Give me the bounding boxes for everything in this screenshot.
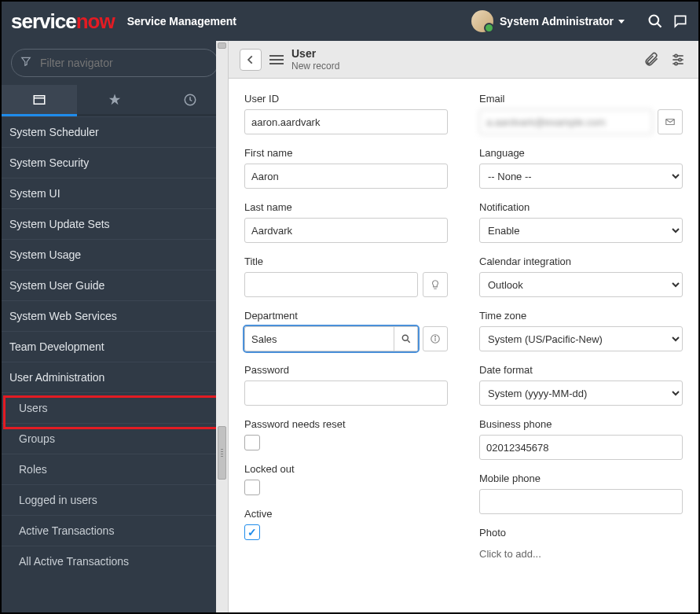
photo-add-link[interactable]: Click to add...	[479, 543, 683, 560]
photo-label: Photo	[479, 527, 683, 539]
user-id-input[interactable]	[244, 109, 448, 134]
svg-point-15	[435, 336, 436, 337]
password-input[interactable]	[244, 381, 448, 406]
email-input[interactable]	[479, 109, 653, 134]
nav-item-system-ui[interactable]: System UI	[2, 178, 228, 208]
mobile-phone-input[interactable]	[479, 489, 683, 514]
svg-point-8	[675, 54, 677, 57]
form-left-column: User ID First name Last name Title	[244, 93, 448, 560]
active-label: Active	[244, 508, 448, 520]
email-label: Email	[479, 93, 683, 105]
main-content: User New record User ID First nam	[228, 41, 698, 612]
department-label: Department	[244, 310, 448, 322]
nav-scroll-area[interactable]: System SchedulerSystem SecuritySystem UI…	[2, 116, 228, 612]
svg-rect-2	[34, 95, 45, 104]
nav-item-system-security[interactable]: System Security	[2, 147, 228, 178]
svg-point-0	[650, 16, 659, 25]
svg-point-9	[679, 58, 681, 61]
nav-item-all-active-transactions[interactable]: All Active Transactions	[2, 546, 228, 576]
nav-item-active-transactions[interactable]: Active Transactions	[2, 515, 228, 546]
svg-point-11	[402, 335, 408, 340]
form-menu-icon[interactable]	[269, 55, 284, 64]
nav-item-logged-in-users[interactable]: Logged in users	[2, 484, 228, 515]
locked-out-checkbox[interactable]	[244, 480, 260, 495]
date-format-label: Date format	[479, 364, 683, 376]
sidebar-scrollbar[interactable]	[216, 41, 228, 612]
nav-item-system-update-sets[interactable]: System Update Sets	[2, 208, 228, 239]
notification-select[interactable]: Enable	[479, 218, 683, 243]
nav-item-groups[interactable]: Groups	[2, 423, 228, 454]
mobile-phone-label: Mobile phone	[479, 472, 683, 484]
locked-out-label: Locked out	[244, 463, 448, 475]
language-label: Language	[479, 147, 683, 159]
business-phone-label: Business phone	[479, 418, 683, 430]
notification-label: Notification	[479, 201, 683, 213]
timezone-label: Time zone	[479, 310, 683, 322]
email-send-icon[interactable]	[658, 109, 683, 134]
nav-item-system-user-guide[interactable]: System User Guide	[2, 270, 228, 300]
first-name-label: First name	[244, 147, 448, 159]
user-avatar[interactable]	[471, 10, 493, 32]
calendar-select[interactable]: Outlook	[479, 272, 683, 297]
form-header: User New record	[229, 41, 698, 79]
settings-icon[interactable]	[669, 50, 687, 69]
active-checkbox[interactable]	[244, 524, 260, 540]
user-id-label: User ID	[244, 93, 448, 105]
logo: servicenow	[11, 9, 115, 34]
filter-navigator-input[interactable]	[11, 49, 218, 77]
form-subtitle: New record	[291, 61, 339, 72]
department-input[interactable]	[244, 326, 418, 351]
nav-item-system-scheduler[interactable]: System Scheduler	[2, 116, 228, 147]
top-banner: servicenow Service Management System Adm…	[2, 2, 698, 41]
nav-item-system-web-services[interactable]: System Web Services	[2, 300, 228, 331]
title-suggestion-icon[interactable]	[423, 272, 448, 297]
user-menu-caret-icon[interactable]	[618, 20, 625, 24]
back-button[interactable]	[240, 49, 262, 71]
title-input[interactable]	[244, 272, 418, 297]
funnel-icon	[20, 56, 31, 70]
attachment-icon[interactable]	[642, 50, 661, 69]
last-name-label: Last name	[244, 201, 448, 213]
logo-text-1: service	[11, 9, 76, 33]
department-lookup-icon[interactable]	[394, 327, 417, 351]
svg-point-10	[675, 62, 677, 64]
nav-item-users[interactable]: Users	[2, 392, 228, 423]
svg-line-12	[407, 340, 409, 343]
svg-line-1	[658, 24, 662, 28]
calendar-label: Calendar integration	[479, 256, 683, 267]
sidebar-tabs	[2, 85, 228, 116]
form-body: User ID First name Last name Title	[229, 79, 698, 612]
nav-item-roles[interactable]: Roles	[2, 454, 228, 484]
left-sidebar: System SchedulerSystem SecuritySystem UI…	[2, 41, 228, 612]
password-reset-label: Password needs reset	[244, 418, 448, 430]
search-icon[interactable]	[647, 13, 664, 30]
form-title: User	[291, 47, 339, 61]
language-select[interactable]: -- None --	[479, 164, 683, 189]
tab-favorites[interactable]	[77, 85, 152, 114]
last-name-input[interactable]	[244, 218, 448, 243]
timezone-select[interactable]: System (US/Pacific-New)	[479, 326, 683, 351]
logo-text-2: now	[76, 9, 115, 33]
date-format-select[interactable]: System (yyyy-MM-dd)	[479, 381, 683, 406]
title-label: Title	[244, 256, 448, 267]
department-info-icon[interactable]	[423, 326, 448, 351]
password-label: Password	[244, 364, 448, 376]
first-name-input[interactable]	[244, 164, 448, 189]
nav-item-team-development[interactable]: Team Development	[2, 331, 228, 362]
form-right-column: Email Language -- None -- Noti	[479, 93, 683, 560]
business-phone-input[interactable]	[479, 435, 683, 460]
user-name-label[interactable]: System Administrator	[500, 15, 614, 28]
tab-all-applications[interactable]	[2, 85, 77, 116]
password-reset-checkbox[interactable]	[244, 435, 260, 450]
app-subtitle: Service Management	[127, 15, 236, 28]
nav-item-user-administration[interactable]: User Administration	[2, 362, 228, 392]
nav-item-system-usage[interactable]: System Usage	[2, 239, 228, 270]
chat-icon[interactable]	[672, 13, 689, 30]
